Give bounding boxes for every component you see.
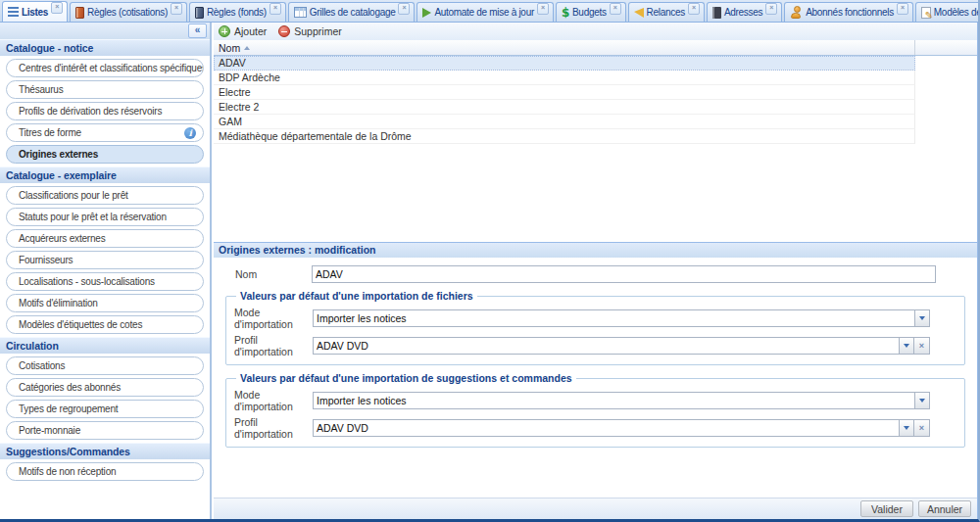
grid-row[interactable]: GAM [214,115,915,129]
grid-row[interactable]: Electre 2 [214,100,915,115]
tab-automate-mise-a-jour[interactable]: Automate de mise à jour × [416,2,554,22]
combo-value[interactable]: ADAV DVD [313,419,899,437]
tab-budgets[interactable]: $ Budgets × [556,2,626,22]
info-icon[interactable]: i [184,127,196,139]
sidebar-item-titres-de-forme[interactable]: Titres de forme i [6,123,204,142]
tab-label: Règles (fonds) [207,7,267,18]
profil-importation-label: Profil d'importation [234,416,313,440]
tab-regles-cotisations[interactable]: Règles (cotisations) × [70,2,187,22]
nom-label: Nom [235,268,312,280]
grid-body: ADAV BDP Ardèche Electre Electre 2 GAM M… [214,56,977,144]
sidebar-item-label: Titres de forme [19,127,81,138]
collapse-sidebar-icon[interactable]: « [188,24,207,38]
column-header-nom[interactable]: Nom [214,40,915,55]
tab-label: Règles (cotisations) [87,7,168,18]
cancel-button[interactable]: Annuler [918,500,971,517]
tab-grilles-catalogage[interactable]: Grilles de catalogage × [288,2,416,22]
sidebar-item-porte-monnaie[interactable]: Porte-monnaie [6,421,204,440]
sidebar-item-motifs-non-reception[interactable]: Motifs de non réception [6,462,204,481]
add-button[interactable]: Ajouter [219,25,267,37]
combo-value[interactable]: ADAV DVD [313,337,899,355]
chevron-down-icon [919,399,925,403]
mode-importation-combo[interactable]: Importer les notices [313,309,930,327]
combo-dropdown-icon[interactable] [914,309,930,327]
tab-relances[interactable]: Relances × [628,2,705,22]
dollar-icon: $ [562,7,569,19]
grid-row[interactable]: Electre [214,85,915,100]
combo-dropdown-icon[interactable] [914,392,930,409]
tab-label: Automate de mise à jour [434,7,534,18]
sidebar-item-origines-externes[interactable]: Origines externes [6,145,204,164]
horn-icon [634,8,644,18]
tab-label: Modèles de documents [934,7,978,18]
sidebar-item-motifs-elimination[interactable]: Motifs d'élimination [6,294,204,312]
main-panel: Ajouter Supprimer Nom ADAV BDP Ardèche E… [214,23,978,519]
tab-label: Adresses [724,7,762,18]
tab-close-icon[interactable]: × [171,3,182,15]
sidebar-item-localisations[interactable]: Localisations - sous-localisations [6,272,204,291]
tab-close-icon[interactable]: × [688,3,700,15]
nom-input[interactable] [312,265,936,283]
validate-button[interactable]: Valider [860,500,913,517]
profil-importation-combo[interactable]: ADAV DVD × [313,337,930,355]
sidebar-item-types-regroupement[interactable]: Types de regroupement [6,400,204,418]
combo-value[interactable]: Importer les notices [313,309,914,327]
sort-ascending-icon [244,46,250,50]
tab-close-icon[interactable]: × [610,3,621,15]
sidebar-item-thesaurus[interactable]: Thésaurus [6,80,204,99]
profil-importation-combo[interactable]: ADAV DVD × [313,419,930,437]
chevron-down-icon [904,426,909,430]
book-red-icon [75,7,84,19]
tab-close-icon[interactable]: × [537,3,549,15]
grid-row[interactable]: Médiathèque départementale de la Drôme [214,129,915,144]
clear-field-icon[interactable]: × [914,337,930,355]
fieldset-legend: Valeurs par défaut d'une importation de … [236,290,477,302]
tab-regles-fonds[interactable]: Règles (fonds) × [189,2,286,22]
combo-value[interactable]: Importer les notices [313,392,914,409]
sidebar-item-acquereurs-externes[interactable]: Acquéreurs externes [6,229,204,248]
sidebar-section-circulation: Circulation [0,337,210,354]
grid-icon [294,7,307,18]
app-window: Listes × Règles (cotisations) × Règles (… [0,0,980,522]
combo-dropdown-icon[interactable] [899,337,914,355]
clear-field-icon[interactable]: × [914,419,930,437]
delete-icon [278,25,290,37]
mode-importation-label: Mode d'importation [234,389,313,412]
tab-close-icon[interactable]: × [270,3,281,15]
list-icon [8,7,19,17]
sidebar-section-suggestions-commandes: Suggestions/Commandes [0,443,210,459]
edit-form-panel: Origines externes : modification Nom Val… [214,242,977,498]
document-edit-icon: ✎ [921,7,931,19]
sidebar-item-categories-abonnes[interactable]: Catégories des abonnés [6,378,204,397]
sidebar-item-fournisseurs[interactable]: Fournisseurs [6,251,204,269]
fieldset-legend: Valeurs par défaut d'une importation de … [236,372,576,384]
sidebar-item-classifications-pret[interactable]: Classifications pour le prêt [6,186,204,205]
fieldset-import-suggestions-commandes: Valeurs par défaut d'une importation de … [225,372,965,448]
mode-importation-label: Mode d'importation [234,307,313,330]
add-icon [219,25,230,37]
tab-abonnes-fonctionnels[interactable]: Abonnés fonctionnels × [784,2,913,22]
grid-row[interactable]: ADAV [214,56,915,71]
book-dark-icon [195,7,204,19]
tab-modeles-documents[interactable]: ✎ Modèles de documents × [915,2,978,22]
mode-importation-combo[interactable]: Importer les notices [313,392,930,409]
grid-row[interactable]: BDP Ardèche [214,71,915,85]
tab-close-icon[interactable]: × [51,2,63,14]
tab-close-icon[interactable]: × [765,3,777,15]
tab-listes[interactable]: Listes × [2,1,68,22]
add-button-label: Ajouter [234,25,267,37]
delete-button[interactable]: Supprimer [278,25,341,37]
grid-toolbar: Ajouter Supprimer [214,23,977,41]
sidebar-item-profils-derivation[interactable]: Profils de dérivation des réservoirs [6,102,204,120]
sidebar-item-statuts-pret-reservation[interactable]: Statuts pour le prêt et la réservation [6,208,204,226]
column-header-label: Nom [219,42,240,54]
tab-adresses[interactable]: Adresses × [707,2,782,22]
sidebar-item-modeles-etiquettes[interactable]: Modèles d'étiquettes de cotes [6,315,204,334]
sidebar: « Catalogue - notice Centres d'intérêt e… [0,23,212,519]
sidebar-item-cotisations[interactable]: Cotisations [6,356,204,375]
tab-close-icon[interactable]: × [398,3,410,15]
delete-button-label: Supprimer [294,25,341,37]
combo-dropdown-icon[interactable] [899,419,914,437]
sidebar-item-centres-interet[interactable]: Centres d'intérêt et classifications spé… [6,59,204,77]
tab-close-icon[interactable]: × [897,3,908,15]
